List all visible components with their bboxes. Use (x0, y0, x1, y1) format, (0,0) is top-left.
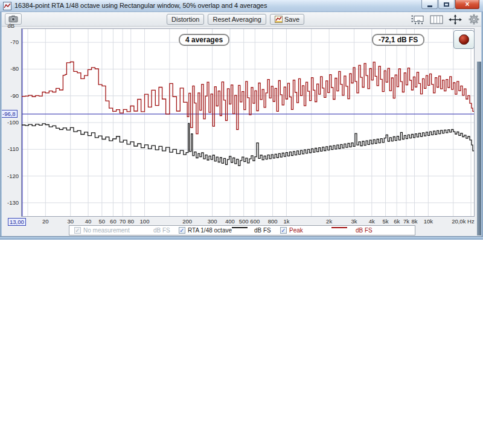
x-tick-label: 4k (369, 218, 375, 225)
averages-readout: 4 averages (179, 34, 229, 46)
window-border-left (0, 12, 2, 240)
x-tick-label: 800 (268, 218, 278, 225)
x-tick-label: 100 (140, 218, 150, 225)
x-tick-label: 40 (85, 218, 92, 225)
y-tick-label: -80 (0, 65, 19, 72)
toolbar-center: Distortion Reset Averaging Save (167, 12, 304, 27)
graph-panel: dB -70-80-90-100-110-120-130 20304050607… (0, 27, 483, 237)
pan-button[interactable] (448, 14, 462, 25)
x-tick-label: 1k (283, 218, 289, 225)
legend-label-no-measurement: No measurement (83, 227, 130, 234)
legend-line-rta (232, 227, 248, 228)
cursor-freq-readout: 13,00 (8, 218, 26, 226)
legend-unit-peak: dB FS (356, 227, 373, 234)
save-chart-icon (275, 16, 283, 23)
graph-limits-button[interactable] (411, 14, 425, 25)
legend-label-rta: RTA 1/48 octave (188, 227, 232, 234)
reset-averaging-button[interactable]: Reset Averaging (208, 14, 266, 25)
legend-unit-no-measurement: dB FS (153, 227, 170, 234)
pan-arrows-icon (449, 14, 462, 25)
reset-averaging-label: Reset Averaging (213, 16, 261, 23)
y-tick-label: -120 (0, 173, 19, 179)
x-tick-label: 10k (424, 218, 433, 225)
level-readout: -72,1 dB FS (372, 34, 424, 46)
y-tick-label: -130 (0, 199, 19, 206)
x-tick-label: 2k (326, 218, 332, 225)
close-button[interactable]: × (455, 0, 479, 9)
legend-checkbox-rta[interactable]: ✓ (179, 227, 185, 234)
record-button[interactable] (453, 30, 475, 49)
toolbar-right (411, 12, 481, 27)
x-tick-label: 300 (208, 218, 217, 225)
y-tick-label: -110 (0, 146, 19, 152)
minimize-icon (427, 5, 432, 7)
x-tick-label: 50 (99, 218, 106, 225)
window-border-bottom (0, 236, 483, 240)
title-bar[interactable]: 16384-point RTA 1/48 octave using Rectan… (0, 0, 483, 12)
legend-bar: ✓ No measurement dB FS ✓ RTA 1/48 octave… (69, 225, 415, 235)
save-label: Save (284, 16, 299, 23)
legend-checkbox-no-measurement[interactable]: ✓ (74, 227, 81, 234)
x-tick-label: 80 (127, 218, 134, 225)
record-dot-icon (459, 34, 469, 45)
cursor-db-readout: -96,8 (1, 110, 18, 118)
x-tick-label: 3k (351, 218, 357, 225)
plot-area[interactable] (21, 28, 475, 217)
gear-icon (469, 14, 479, 25)
x-tick-label: 60 (110, 218, 117, 225)
x-tick-label: 20,0k Hz (452, 218, 475, 225)
spectrum-chart (22, 29, 474, 216)
settings-button[interactable] (467, 14, 481, 25)
y-tick-label: -100 (0, 119, 19, 126)
window-border-right-shade (477, 62, 481, 235)
app-icon (3, 2, 11, 10)
graph-limits-icon (411, 14, 425, 25)
window-controls: × (421, 0, 479, 9)
x-tick-label: 7k (403, 218, 409, 225)
maximize-icon (444, 2, 449, 7)
y-axis-unit: dB (0, 22, 14, 29)
toolbar: Distortion Reset Averaging Save (0, 12, 483, 27)
frequency-bands-button[interactable] (429, 14, 444, 25)
frequency-bands-icon (430, 15, 443, 24)
minimize-button[interactable] (421, 0, 438, 9)
screen: 16384-point RTA 1/48 octave using Rectan… (0, 0, 483, 448)
maximize-button[interactable] (438, 0, 455, 9)
legend-line-peak (331, 227, 347, 228)
window-title: 16384-point RTA 1/48 octave using Rectan… (14, 2, 267, 9)
x-tick-label: 20 (42, 218, 49, 225)
y-tick-label: -90 (0, 92, 19, 99)
y-tick-label: -70 (0, 39, 19, 45)
x-tick-label: 200 (182, 218, 192, 225)
x-tick-label: 600 (250, 218, 260, 225)
x-tick-label: 8k (412, 218, 418, 225)
distortion-button[interactable]: Distortion (167, 14, 204, 25)
legend-checkbox-peak[interactable]: ✓ (280, 227, 287, 234)
legend-unit-rta: dB FS (254, 227, 271, 234)
x-tick-label: 6k (394, 218, 400, 225)
x-tick-label: 500 (239, 218, 249, 225)
x-tick-label: 400 (225, 218, 235, 225)
rta-window: 16384-point RTA 1/48 octave using Rectan… (0, 0, 483, 240)
x-tick-label: 30 (67, 218, 74, 225)
legend-label-peak: Peak (289, 227, 303, 234)
x-tick-label: 5k (383, 218, 389, 225)
distortion-label: Distortion (171, 16, 199, 23)
x-tick-label: 70 (120, 218, 126, 225)
save-button[interactable]: Save (270, 14, 304, 25)
